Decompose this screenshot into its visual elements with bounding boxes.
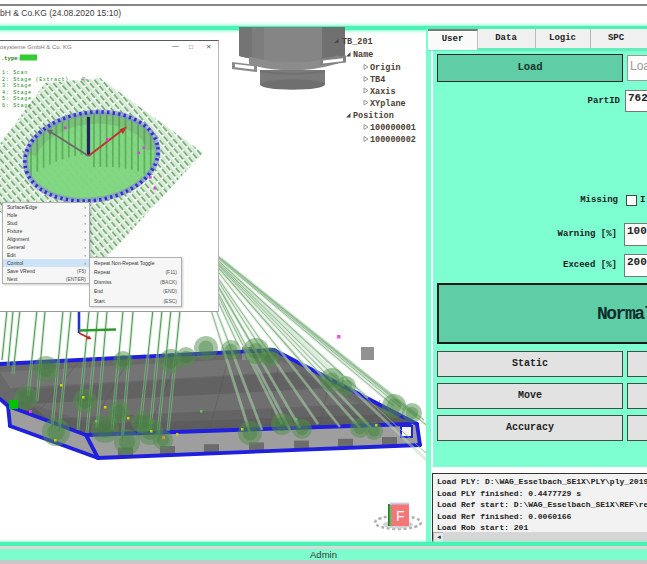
svg-text:XYplane: XYplane (370, 99, 406, 109)
svg-text:1: Scan: 1: Scan (2, 70, 28, 76)
svg-text:Origin: Origin (370, 63, 401, 73)
svg-text:4|: 4| (81, 76, 86, 82)
svg-text:Xaxis: Xaxis (370, 87, 396, 97)
svg-text:6: Stage: 6: Stage (2, 103, 32, 109)
svg-text:Name: Name (353, 50, 373, 60)
svg-text:.type:: .type: (1, 55, 21, 62)
svg-text:3: Stage: 3: Stage (2, 83, 32, 89)
svg-text:100000001: 100000001 (370, 123, 416, 133)
svg-text:100000002: 100000002 (370, 135, 416, 145)
svg-text:2: Stage (Extract): 2: Stage (Extract) (2, 77, 69, 83)
svg-text:F: F (396, 508, 405, 524)
svg-text:5: Stage: 5: Stage (2, 96, 32, 102)
svg-text:TB4: TB4 (370, 75, 385, 85)
svg-text:4: Stage: 4: Stage (2, 90, 32, 96)
svg-text:Position: Position (353, 111, 394, 121)
svg-text:TB_201: TB_201 (342, 37, 373, 47)
